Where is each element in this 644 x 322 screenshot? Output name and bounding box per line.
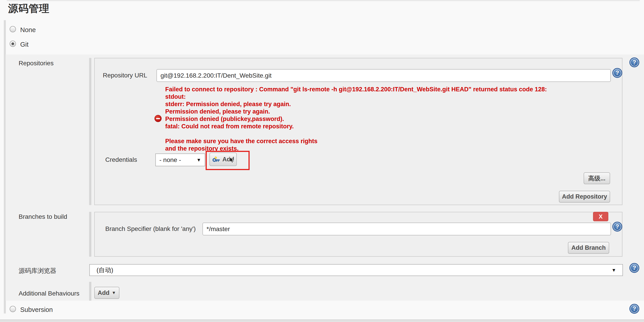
- mouse-cursor-icon: [230, 157, 234, 163]
- radio-subversion-label: Subversion: [20, 306, 53, 314]
- help-icon-repositories[interactable]: ?: [630, 58, 639, 67]
- repository-url-input[interactable]: [156, 69, 611, 82]
- radio-git-label: Git: [20, 41, 28, 48]
- repo-browser-selected-value: (自动): [96, 266, 113, 274]
- error-line: stderr: Permission denied, please try ag…: [165, 100, 547, 108]
- question-mark-glyph: ?: [616, 223, 619, 230]
- delete-branch-button[interactable]: X: [593, 212, 608, 221]
- branches-section-label: Branches to build: [19, 213, 67, 220]
- repository-url-label: Repository URL: [103, 72, 147, 79]
- error-line: stdout:: [165, 93, 547, 100]
- help-icon-repo-browser[interactable]: ?: [630, 263, 639, 273]
- page-title: 源码管理: [8, 2, 50, 15]
- credentials-select[interactable]: - none - ▼: [155, 154, 205, 166]
- question-mark-glyph: ?: [632, 59, 636, 66]
- error-line: Failed to connect to repository : Comman…: [165, 86, 547, 93]
- radio-git[interactable]: [10, 40, 16, 47]
- delete-branch-label: X: [599, 213, 602, 220]
- radio-subversion[interactable]: [10, 306, 16, 312]
- error-line: and the repository exists.: [165, 145, 547, 152]
- error-line: fatal: Could not read from remote reposi…: [165, 123, 547, 130]
- help-icon-subversion[interactable]: ?: [630, 304, 639, 314]
- advanced-button[interactable]: 高级...: [584, 172, 610, 184]
- chevron-down-icon: ▼: [196, 157, 201, 163]
- add-behaviour-label: Add: [98, 290, 109, 296]
- add-branch-button[interactable]: Add Branch: [568, 242, 609, 254]
- credentials-selected-value: - none -: [159, 156, 181, 164]
- advanced-button-label: 高级...: [588, 174, 606, 182]
- repository-block: Repository URL Failed to connect to repo…: [94, 58, 622, 205]
- help-icon-repository-url[interactable]: ?: [612, 68, 622, 78]
- additional-behaviours-indent-bar: [89, 282, 91, 301]
- add-repository-button[interactable]: Add Repository: [559, 191, 610, 202]
- chevron-down-icon: ▼: [112, 290, 116, 295]
- error-line: [165, 130, 547, 138]
- top-divider: [7, 0, 640, 1]
- repository-error-message: Failed to connect to repository : Comman…: [165, 86, 547, 152]
- credentials-label: Credentials: [105, 156, 137, 163]
- question-mark-glyph: ?: [632, 306, 636, 312]
- error-line: Please make sure you have the correct ac…: [165, 138, 547, 145]
- branch-specifier-label: Branch Specifier (blank for 'any'): [105, 225, 196, 232]
- error-icon: [154, 115, 162, 122]
- add-credentials-button[interactable]: Add: [210, 152, 237, 166]
- radio-none-label: None: [20, 26, 36, 34]
- add-behaviour-button[interactable]: Add ▼: [94, 287, 120, 299]
- add-branch-label: Add Branch: [571, 244, 606, 251]
- branch-block: X Branch Specifier (blank for 'any') Add…: [94, 212, 622, 257]
- question-mark-glyph: ?: [616, 70, 619, 76]
- question-mark-glyph: ?: [632, 264, 636, 272]
- repositories-section-label: Repositories: [19, 60, 54, 67]
- radio-none[interactable]: [10, 26, 16, 32]
- additional-behaviours-label: Additional Behaviours: [19, 290, 80, 297]
- branches-indent-bar: [89, 212, 91, 257]
- error-line: Permission denied (publickey,password).: [165, 115, 547, 123]
- add-repository-label: Add Repository: [562, 193, 607, 200]
- key-icon: [212, 156, 220, 162]
- error-line: Permission denied, please try again.: [165, 108, 547, 115]
- repo-browser-label: 源码库浏览器: [19, 266, 56, 275]
- chevron-down-icon: ▼: [612, 268, 616, 273]
- branch-specifier-input[interactable]: [202, 222, 611, 236]
- bottom-divider-band: [0, 320, 644, 322]
- repositories-indent-bar: [89, 58, 91, 205]
- help-icon-branch-specifier[interactable]: ?: [612, 222, 622, 232]
- repo-browser-select[interactable]: (自动) ▼: [89, 264, 623, 276]
